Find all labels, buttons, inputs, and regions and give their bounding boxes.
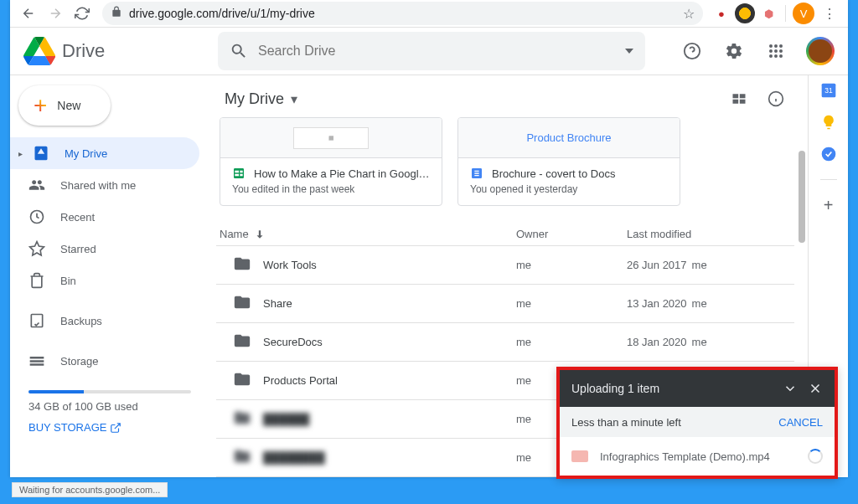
sort-arrow-icon[interactable] — [254, 229, 266, 240]
storage-meter — [28, 390, 191, 393]
breadcrumb: My Drive ▾ — [209, 80, 808, 117]
sidebar-item-storage[interactable]: Storage — [10, 345, 199, 377]
sidebar-item-starred[interactable]: Starred — [10, 233, 199, 265]
file-list-header[interactable]: Name Owner Last modified — [216, 223, 794, 246]
suggestion-card[interactable]: Product Brochure Brochure - covert to Do… — [457, 117, 680, 206]
folder-icon — [233, 370, 251, 391]
file-row[interactable]: Work Toolsme26 Jun 2017me — [216, 246, 794, 285]
help-button[interactable] — [675, 34, 709, 68]
account-avatar[interactable] — [806, 37, 835, 65]
browser-status-bar: Waiting for accounts.google.com... — [12, 482, 168, 497]
address-bar[interactable]: drive.google.com/drive/u/1/my-drive ☆ — [102, 2, 703, 25]
upload-item[interactable]: Infographics Template (Demo).mp4 — [560, 437, 835, 476]
suggestion-card[interactable]: ▦ How to Make a Pie Chart in Google S...… — [220, 117, 442, 206]
folder-icon — [233, 409, 251, 429]
file-row[interactable]: SecureDocsme18 Jan 2020me — [216, 323, 794, 362]
sidebar-item-mydrive[interactable]: ▸ My Drive — [10, 137, 199, 169]
people-icon — [28, 177, 45, 193]
mydrive-icon — [33, 145, 49, 162]
spinner-icon — [808, 449, 823, 464]
logo-area[interactable]: Drive — [23, 35, 218, 67]
drive-logo-icon — [23, 35, 55, 67]
chevron-down-icon[interactable]: ▾ — [291, 91, 297, 107]
sidebar-item-recent[interactable]: Recent — [10, 201, 199, 233]
add-addon-icon[interactable]: + — [820, 197, 837, 213]
new-label: New — [57, 99, 80, 112]
apps-button[interactable] — [759, 34, 793, 68]
calendar-addon-icon[interactable]: 31 — [820, 82, 837, 99]
profile-avatar[interactable]: V — [793, 3, 814, 24]
clock-icon — [28, 208, 45, 225]
svg-point-1 — [769, 44, 773, 48]
reload-button[interactable] — [70, 2, 94, 25]
folder-icon — [233, 447, 251, 468]
file-owner: me — [516, 336, 627, 348]
folder-icon — [233, 255, 251, 275]
folder-icon — [233, 332, 251, 352]
back-button[interactable] — [17, 2, 40, 25]
settings-button[interactable] — [717, 34, 751, 68]
file-modified: 18 Jan 2020me — [627, 336, 794, 348]
svg-point-3 — [779, 44, 783, 48]
backup-icon — [28, 312, 45, 329]
view-toggle-button[interactable] — [722, 82, 756, 116]
search-icon — [230, 42, 248, 60]
storage-text: 34 GB of 100 GB used — [28, 400, 191, 413]
sidebar-item-shared[interactable]: Shared with me — [10, 169, 199, 201]
chevron-right-icon: ▸ — [18, 149, 23, 158]
sidebar-item-backups[interactable]: Backups — [10, 305, 199, 337]
file-name: ████████ — [263, 451, 325, 464]
extension-icon-3[interactable]: ⬢ — [758, 3, 778, 23]
info-button[interactable] — [759, 82, 793, 116]
sidebar: + New ▸ My Drive Shared with me Recent S… — [10, 75, 209, 477]
forward-button[interactable] — [44, 2, 67, 25]
scrollbar-thumb[interactable] — [799, 151, 805, 243]
star-icon[interactable]: ☆ — [683, 6, 695, 22]
svg-point-15 — [821, 147, 835, 162]
docs-icon — [470, 167, 483, 180]
file-name: Products Portal — [263, 374, 338, 387]
svg-point-2 — [774, 44, 778, 48]
buy-storage-link[interactable]: BUY STORAGE — [28, 421, 191, 434]
svg-point-7 — [769, 54, 773, 58]
breadcrumb-title[interactable]: My Drive — [225, 90, 284, 108]
star-icon — [28, 240, 45, 257]
app-header: Drive — [10, 28, 848, 75]
file-owner: me — [516, 259, 627, 271]
browser-toolbar: drive.google.com/drive/u/1/my-drive ☆ ● … — [10, 0, 848, 28]
tasks-addon-icon[interactable] — [820, 146, 837, 162]
video-icon — [571, 450, 588, 462]
folder-icon — [233, 293, 251, 314]
sheets-icon — [232, 167, 246, 180]
thumbnail: Product Brochure — [458, 118, 680, 158]
file-modified: 26 Jun 2017me — [627, 259, 794, 271]
thumbnail: ▦ — [220, 118, 442, 158]
svg-point-8 — [774, 54, 778, 58]
file-name: Work Tools — [263, 259, 317, 271]
cancel-button[interactable]: CANCEL — [778, 416, 823, 429]
search-input[interactable] — [258, 44, 615, 59]
close-icon[interactable] — [808, 381, 823, 396]
new-button[interactable]: + New — [18, 85, 111, 126]
app-title: Drive — [62, 40, 105, 62]
file-name: SecureDocs — [263, 336, 323, 348]
upload-header: Uploading 1 item — [560, 370, 835, 407]
svg-point-9 — [779, 54, 783, 58]
extension-icon-1[interactable]: ● — [711, 3, 731, 23]
sidebar-item-bin[interactable]: Bin — [10, 265, 199, 296]
search-box[interactable] — [218, 32, 645, 70]
menu-icon[interactable]: ⋮ — [818, 2, 841, 25]
search-options-icon[interactable] — [625, 49, 633, 54]
svg-point-5 — [774, 49, 778, 53]
minimize-icon[interactable] — [783, 381, 798, 396]
svg-point-6 — [779, 49, 783, 53]
extension-icon-2[interactable] — [735, 3, 755, 23]
storage-icon — [28, 352, 45, 369]
upload-panel: Uploading 1 item Less than a minute left… — [556, 367, 838, 479]
lock-icon — [111, 6, 122, 21]
file-modified: 13 Jan 2020me — [627, 297, 794, 310]
keep-addon-icon[interactable] — [820, 114, 837, 131]
file-row[interactable]: Shareme13 Jan 2020me — [216, 285, 794, 323]
file-name: ██████ — [263, 413, 309, 425]
svg-point-4 — [769, 49, 773, 53]
